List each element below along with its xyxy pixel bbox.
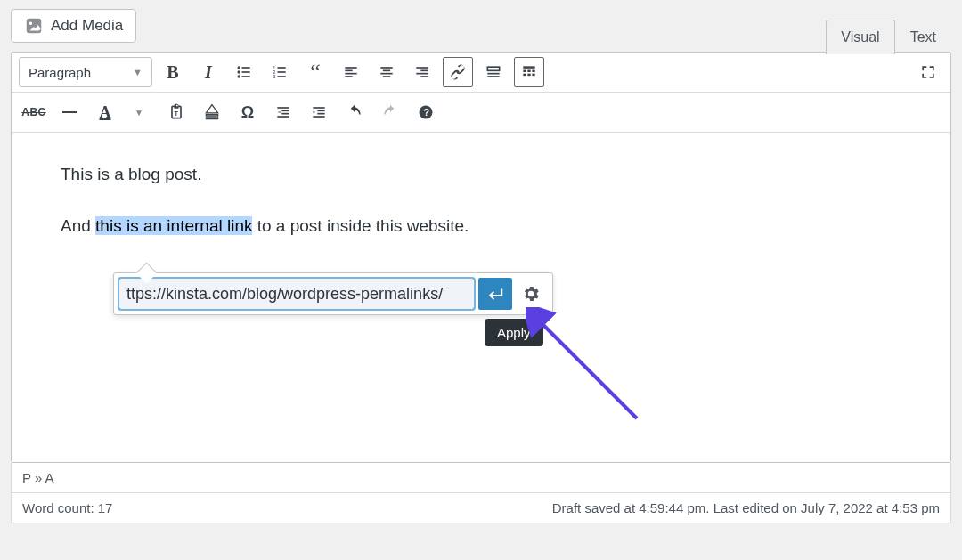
help-button[interactable]: ? xyxy=(411,97,441,127)
paragraph-1: This is a blog post. xyxy=(61,161,901,188)
svg-rect-33 xyxy=(532,74,534,77)
insert-more-button[interactable] xyxy=(478,57,509,87)
link-settings-button[interactable] xyxy=(514,278,548,310)
svg-point-2 xyxy=(238,70,240,73)
svg-rect-38 xyxy=(277,116,289,118)
undo-button[interactable] xyxy=(339,97,370,127)
editor-mode-tabs: Visual Text xyxy=(826,20,951,54)
align-center-button[interactable] xyxy=(371,57,402,87)
toolbar-toggle-button[interactable] xyxy=(514,57,544,87)
outdent-button[interactable] xyxy=(268,97,298,127)
gear-icon xyxy=(521,284,541,304)
add-media-button[interactable]: Add Media xyxy=(11,9,136,43)
svg-text:3: 3 xyxy=(273,74,276,79)
chevron-down-icon: ▼ xyxy=(133,67,143,77)
paragraph-2: And this is an internal link to a post i… xyxy=(61,213,901,239)
paste-text-button[interactable]: T xyxy=(161,97,192,127)
svg-rect-3 xyxy=(242,71,250,73)
svg-rect-32 xyxy=(527,74,530,77)
svg-rect-31 xyxy=(523,74,526,77)
svg-rect-40 xyxy=(317,110,324,112)
fullscreen-button[interactable] xyxy=(913,57,943,87)
svg-rect-25 xyxy=(487,73,499,75)
svg-text:T: T xyxy=(175,110,179,118)
svg-rect-41 xyxy=(317,113,324,115)
element-path[interactable]: P » A xyxy=(11,463,951,493)
svg-text:?: ? xyxy=(424,107,430,118)
svg-rect-26 xyxy=(487,76,499,77)
svg-rect-16 xyxy=(380,67,392,69)
tab-visual[interactable]: Visual xyxy=(826,20,894,54)
format-select[interactable]: Paragraph ▼ xyxy=(19,57,152,87)
enter-icon xyxy=(485,284,505,304)
word-count: Word count: 17 xyxy=(22,500,112,515)
numbered-list-button[interactable]: 123 xyxy=(265,57,295,87)
svg-rect-23 xyxy=(420,76,428,77)
draft-saved-info: Draft saved at 4:59:44 pm. Last edited o… xyxy=(552,500,940,515)
status-bar: Word count: 17 Draft saved at 4:59:44 pm… xyxy=(11,493,951,523)
selected-link-text: this is an internal link xyxy=(95,216,252,235)
apply-link-button[interactable] xyxy=(478,278,512,310)
clear-formatting-button[interactable] xyxy=(197,97,227,127)
svg-rect-13 xyxy=(345,70,352,72)
media-icon xyxy=(24,16,44,36)
insert-link-button[interactable] xyxy=(443,57,473,87)
svg-rect-39 xyxy=(313,107,324,109)
format-select-label: Paragraph xyxy=(29,65,91,80)
svg-rect-5 xyxy=(242,76,250,77)
bold-button[interactable]: B xyxy=(158,57,188,87)
align-left-button[interactable] xyxy=(336,57,366,87)
link-url-input[interactable] xyxy=(118,278,475,310)
svg-rect-42 xyxy=(313,116,324,118)
italic-button[interactable]: I xyxy=(193,57,224,87)
svg-rect-29 xyxy=(527,70,530,73)
svg-rect-18 xyxy=(380,73,392,75)
svg-point-4 xyxy=(238,75,240,77)
svg-rect-21 xyxy=(420,70,428,72)
svg-rect-20 xyxy=(416,67,428,69)
svg-rect-12 xyxy=(345,67,356,69)
redo-button[interactable] xyxy=(375,97,405,127)
tab-text[interactable]: Text xyxy=(895,20,951,54)
special-char-button[interactable]: Ω xyxy=(232,97,263,127)
text-color-button[interactable]: A xyxy=(90,97,120,127)
svg-rect-36 xyxy=(281,110,289,112)
svg-rect-17 xyxy=(383,70,390,72)
align-right-button[interactable] xyxy=(407,57,437,87)
svg-rect-24 xyxy=(487,67,499,70)
svg-rect-9 xyxy=(278,71,286,73)
apply-tooltip: Apply xyxy=(485,319,543,346)
bullet-list-button[interactable] xyxy=(229,57,259,87)
svg-rect-35 xyxy=(277,107,289,109)
text-color-caret[interactable]: ▼ xyxy=(126,97,156,127)
svg-rect-30 xyxy=(532,70,534,73)
horizontal-rule-button[interactable] xyxy=(54,97,85,127)
svg-rect-1 xyxy=(242,67,250,69)
svg-rect-28 xyxy=(523,70,526,73)
editor-toolbar: Paragraph ▼ B I 123 “ ABC A ▼ T Ω ? This… xyxy=(11,52,951,463)
svg-rect-14 xyxy=(345,73,356,75)
svg-point-0 xyxy=(238,66,240,69)
link-inline-popup xyxy=(113,272,553,315)
add-media-label: Add Media xyxy=(51,17,123,35)
svg-rect-15 xyxy=(345,76,352,77)
svg-rect-7 xyxy=(278,67,286,69)
strikethrough-button[interactable]: ABC xyxy=(19,97,49,127)
svg-rect-19 xyxy=(383,76,390,77)
blockquote-button[interactable]: “ xyxy=(300,57,330,87)
svg-rect-27 xyxy=(523,66,534,69)
svg-rect-22 xyxy=(416,73,428,75)
svg-rect-37 xyxy=(281,113,289,115)
svg-rect-11 xyxy=(278,76,286,77)
indent-button[interactable] xyxy=(304,97,334,127)
